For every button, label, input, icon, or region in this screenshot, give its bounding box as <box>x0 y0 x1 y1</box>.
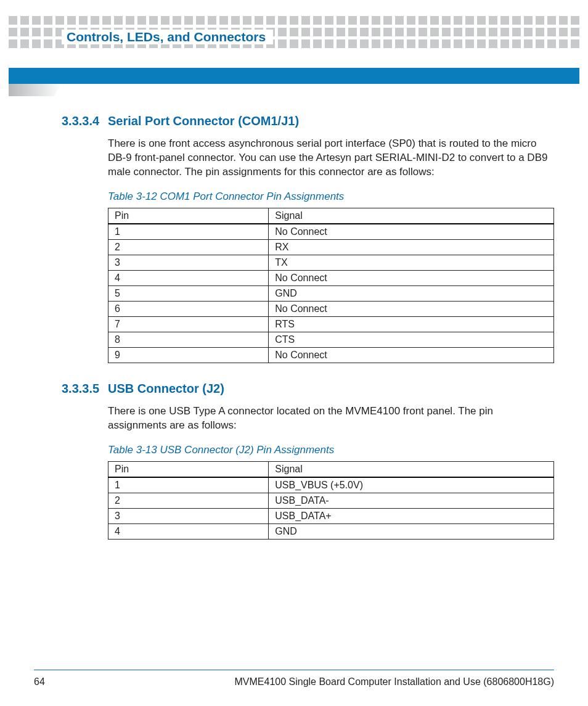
table-cell: GND <box>269 523 554 539</box>
table-header-cell: Pin <box>108 461 269 477</box>
pin-table: PinSignal1No Connect2RX3TX4No Connect5GN… <box>108 208 554 363</box>
header-blue-bar <box>9 68 579 84</box>
section-number: 3.3.3.4 <box>62 114 108 128</box>
table-header-cell: Signal <box>269 208 554 224</box>
table-cell: RTS <box>269 316 554 332</box>
section-heading: 3.3.3.4Serial Port Connector (COM1/J1) <box>62 114 554 128</box>
table-row: 5GND <box>108 285 554 301</box>
table-row: 6No Connect <box>108 301 554 316</box>
table-cell: TX <box>269 255 554 270</box>
table-row: 2USB_DATA- <box>108 493 554 508</box>
table-cell: 9 <box>108 347 269 363</box>
table-caption: Table 3-13 USB Connector (J2) Pin Assign… <box>108 444 554 456</box>
table-cell: 2 <box>108 239 269 255</box>
table-cell: No Connect <box>269 270 554 285</box>
table-header-cell: Signal <box>269 461 554 477</box>
table-header-cell: Pin <box>108 208 269 224</box>
table-cell: USB_DATA- <box>269 493 554 508</box>
chapter-title: Controls, LEDs, and Connectors <box>62 30 273 44</box>
table-cell: GND <box>269 285 554 301</box>
section-body: There is one front access asynchronous s… <box>108 137 554 179</box>
table-cell: 5 <box>108 285 269 301</box>
table-caption: Table 3-12 COM1 Port Connector Pin Assig… <box>108 191 554 203</box>
table-cell: 2 <box>108 493 269 508</box>
section-title: Serial Port Connector (COM1/J1) <box>108 114 299 128</box>
table-cell: 1 <box>108 477 269 493</box>
table-cell: 3 <box>108 255 269 270</box>
table-cell: 8 <box>108 332 269 347</box>
section-number: 3.3.3.5 <box>62 382 108 396</box>
footer: 64 MVME4100 Single Board Computer Instal… <box>34 676 554 688</box>
content-area: 3.3.3.4Serial Port Connector (COM1/J1)Th… <box>62 114 554 558</box>
footer-doc-title: MVME4100 Single Board Computer Installat… <box>234 676 554 688</box>
section-heading: 3.3.3.5USB Connector (J2) <box>62 382 554 396</box>
table-row: 9No Connect <box>108 347 554 363</box>
table-row: 1No Connect <box>108 224 554 240</box>
table-row: 1USB_VBUS (+5.0V) <box>108 477 554 493</box>
table-cell: No Connect <box>269 301 554 316</box>
page-number: 64 <box>34 676 45 688</box>
table-cell: 3 <box>108 508 269 523</box>
table-row: 4No Connect <box>108 270 554 285</box>
table-cell: 6 <box>108 301 269 316</box>
header-gray-slope <box>9 84 62 96</box>
table-cell: 7 <box>108 316 269 332</box>
section-body: There is one USB Type A connector locate… <box>108 404 554 433</box>
table-cell: 4 <box>108 270 269 285</box>
table-cell: No Connect <box>269 347 554 363</box>
section-title: USB Connector (J2) <box>108 382 224 396</box>
footer-rule <box>34 670 554 670</box>
table-cell: No Connect <box>269 224 554 240</box>
pin-table: PinSignal1USB_VBUS (+5.0V)2USB_DATA-3USB… <box>108 461 554 540</box>
table-cell: 4 <box>108 523 269 539</box>
table-cell: RX <box>269 239 554 255</box>
table-cell: USB_DATA+ <box>269 508 554 523</box>
table-row: 8CTS <box>108 332 554 347</box>
table-row: 4GND <box>108 523 554 539</box>
page: Controls, LEDs, and Connectors 3.3.3.4Se… <box>0 0 588 706</box>
table-cell: 1 <box>108 224 269 240</box>
table-row: 7RTS <box>108 316 554 332</box>
table-row: 3USB_DATA+ <box>108 508 554 523</box>
table-row: 2RX <box>108 239 554 255</box>
table-row: 3TX <box>108 255 554 270</box>
table-cell: CTS <box>269 332 554 347</box>
table-cell: USB_VBUS (+5.0V) <box>269 477 554 493</box>
